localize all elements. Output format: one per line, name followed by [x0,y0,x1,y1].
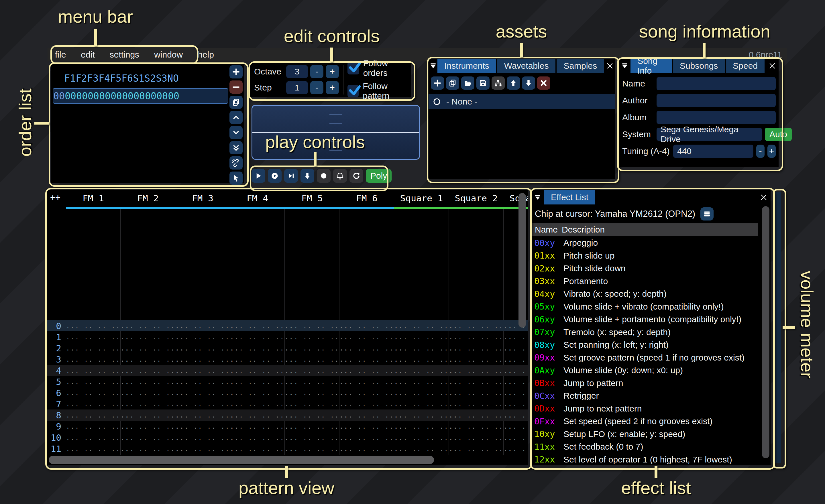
close-icon[interactable] [605,59,615,73]
order-cell[interactable]: 00 [122,90,134,102]
pattern-cell[interactable]: ... .. .. .... [175,367,230,374]
effect-row[interactable]: 02xx Pitch slide down [531,262,770,275]
effect-row[interactable]: 01xx Pitch slide up [531,249,770,262]
album-input[interactable] [657,111,776,124]
pattern-cell[interactable]: ... .. .. .... [394,400,449,408]
collapse-window-icon[interactable] [531,190,544,204]
pattern-row[interactable]: 0 ... .. .. ....... .. .. ....... .. .. … [47,320,528,331]
channel-header-cell[interactable]: FM 4 [230,190,285,210]
pattern-cell[interactable]: ... .. .. .... [121,400,175,408]
pattern-cell[interactable]: ... .. .. .... [394,344,449,352]
pattern-cell[interactable]: ... .. .. .... [504,389,528,397]
effect-row[interactable]: 11xx Set feedback (0 to 7) [531,440,770,453]
pattern-cell[interactable]: ... .. .. .... [175,400,230,408]
pattern-cell[interactable]: ... .. .. .... [449,378,504,386]
play-pattern-button[interactable] [268,169,282,183]
close-icon[interactable] [757,190,770,204]
pattern-cell[interactable]: ... .. .. .... [66,389,121,397]
pattern-cell[interactable]: ... .. .. .... [394,333,449,341]
repeat-pattern-button[interactable] [350,169,363,183]
effect-row[interactable]: 12xx Set level of operator 1 (0 highest,… [531,453,770,466]
pattern-cell[interactable]: ... .. .. .... [285,389,340,397]
name-input[interactable] [657,77,776,90]
pattern-cell[interactable]: ... .. .. .... [230,423,285,430]
instrument-list-item[interactable]: - None - [429,94,615,109]
order-cell[interactable]: 00 [168,90,179,102]
pattern-cell[interactable]: ... .. .. .... [121,378,175,386]
pattern-cell[interactable]: ... .. .. .... [340,412,394,419]
pattern-cell[interactable]: ... .. .. .... [285,400,340,408]
pattern-cell[interactable]: ... .. .. .... [230,389,285,397]
pattern-cell[interactable]: ... .. .. .... [121,367,175,374]
pattern-cell[interactable]: ... .. .. .... [66,445,121,452]
pattern-cell[interactable]: ... .. .. .... [394,356,449,363]
pattern-cell[interactable]: ... .. .. .... [394,378,449,386]
pattern-row[interactable]: 1 ... .. .. ....... .. .. ....... .. .. … [47,331,528,342]
pattern-cell[interactable]: ... .. .. .... [175,389,230,397]
follow-pattern-checkbox[interactable] [348,85,359,97]
pattern-options-button[interactable]: ++ [50,192,61,202]
pattern-cell[interactable]: ... .. .. .... [285,322,340,330]
pattern-cell[interactable]: ... .. .. .... [504,434,528,441]
pattern-cell[interactable]: ... .. .. .... [285,344,340,352]
author-input[interactable] [657,94,776,107]
pattern-row[interactable]: 8 ... .. .. ....... .. .. ....... .. .. … [47,410,528,421]
pattern-cell[interactable]: ... .. .. .... [340,400,394,408]
pattern-cell[interactable]: ... .. .. .... [66,333,121,341]
effect-row[interactable]: 0Bxx Jump to pattern [531,377,770,390]
song-info-tab[interactable]: Speed [726,59,764,73]
pattern-cell[interactable]: ... .. .. .... [340,333,394,341]
effect-row[interactable]: 0Fxx Set speed (speed 2 if no grooves ex… [531,415,770,428]
order-remove-button[interactable] [229,80,243,94]
pattern-cell[interactable]: ... .. .. .... [175,322,230,330]
add-asset-button[interactable] [431,76,444,90]
pattern-cell[interactable]: ... .. .. .... [66,378,121,386]
step-increment-button[interactable]: + [326,81,339,94]
pattern-cell[interactable]: ... .. .. .... [66,434,121,441]
play-from-cursor-button[interactable] [284,169,298,183]
menu-item[interactable]: help [190,50,221,60]
song-info-tab[interactable]: Song Info [630,59,672,73]
pattern-cell[interactable]: ... .. .. .... [285,356,340,363]
menu-item[interactable]: window [147,50,190,60]
pattern-cell[interactable]: ... .. .. .... [121,445,175,452]
pattern-cell[interactable]: ... .. .. .... [285,367,340,374]
pattern-cell[interactable]: ... .. .. .... [449,367,504,374]
pattern-cell[interactable]: ... .. .. .... [230,445,285,452]
pattern-cell[interactable]: ... .. .. .... [66,423,121,430]
effect-row[interactable]: 0Dxx Jump to next pattern [531,402,770,415]
pattern-cell[interactable]: ... .. .. .... [230,434,285,441]
step-decrement-button[interactable]: - [310,81,323,94]
order-move-up-button[interactable] [229,111,243,124]
pattern-cell[interactable]: ... .. .. .... [121,412,175,419]
pattern-cell[interactable]: ... .. .. .... [340,423,394,430]
pattern-cell[interactable]: ... .. .. .... [449,445,504,452]
pattern-cell[interactable]: ... .. .. .... [449,322,504,330]
pattern-cell[interactable]: ... .. .. .... [285,423,340,430]
metronome-button[interactable] [333,169,347,183]
order-cell[interactable]: 00 [145,90,156,102]
pattern-cell[interactable]: ... .. .. .... [230,367,285,374]
pattern-cell[interactable]: ... .. .. .... [175,423,230,430]
pattern-cell[interactable]: ... .. .. .... [175,378,230,386]
pattern-row[interactable]: 3 ... .. .. ....... .. .. ....... .. .. … [47,354,528,365]
move-asset-down-button[interactable] [522,76,535,90]
close-icon[interactable] [766,59,778,73]
assets-tab[interactable]: Instruments [437,59,496,73]
pattern-row[interactable]: 4 ... .. .. ....... .. .. ....... .. .. … [47,365,528,376]
pattern-row[interactable]: 10 ... .. .. ....... .. .. ....... .. ..… [47,432,528,443]
open-asset-button[interactable] [461,76,474,90]
pattern-cell[interactable]: ... .. .. .... [230,322,285,330]
pattern-horizontal-scrollbar[interactable] [49,456,434,464]
effect-sort-menu-button[interactable] [700,207,714,221]
effect-row[interactable]: 06xy Volume slide + portamento (compatib… [531,313,770,326]
system-select[interactable]: Sega Genesis/Mega Drive [657,128,762,141]
pattern-cell[interactable]: ... .. .. .... [121,344,175,352]
pattern-cell[interactable]: ... .. .. .... [175,344,230,352]
pattern-cell[interactable]: ... .. .. .... [449,389,504,397]
pattern-cell[interactable]: ... .. .. .... [121,356,175,363]
pattern-row[interactable]: 7 ... .. .. ....... .. .. ....... .. .. … [47,398,528,410]
order-cell[interactable]: 00 [65,90,76,102]
pattern-row[interactable]: 9 ... .. .. ....... .. .. ....... .. .. … [47,421,528,432]
pattern-cell[interactable]: ... .. .. .... [66,356,121,363]
